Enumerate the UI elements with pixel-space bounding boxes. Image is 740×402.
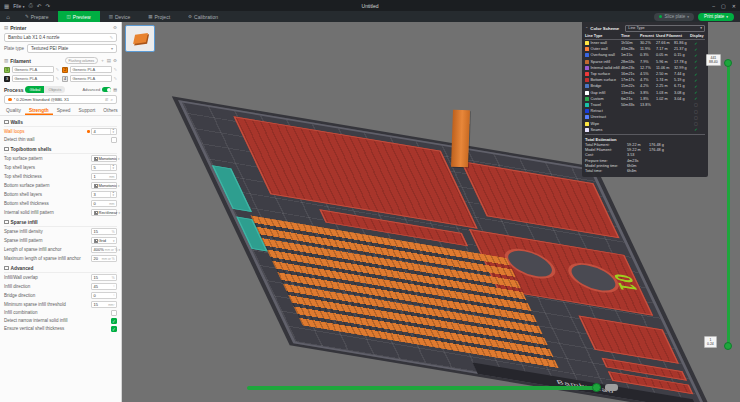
param-select[interactable]: Monotonic▾ <box>91 155 117 162</box>
process-expand-icon[interactable]: ▤ <box>113 87 117 92</box>
printer-edit-icon[interactable]: ✎ <box>110 35 113 40</box>
spinner-arrows-icon[interactable]: ▲▼ <box>110 165 115 170</box>
param-select[interactable]: Grid▾ <box>91 237 117 244</box>
param-checkbox[interactable] <box>111 310 117 316</box>
layer-slider-track[interactable] <box>727 62 730 348</box>
param-spinner[interactable]: 4▲▼ <box>91 128 117 135</box>
param-input[interactable]: 15mm² <box>91 301 117 308</box>
legend-display-toggle[interactable]: ▢ <box>690 115 702 120</box>
param-input[interactable]: 20mm or % <box>91 255 117 262</box>
legend-collapse-icon[interactable]: ⌃ <box>585 26 588 31</box>
minimize-button[interactable]: – <box>712 3 715 9</box>
tab-prepare[interactable]: ✎Prepare <box>16 11 58 22</box>
plate-type-select[interactable]: Textured PEI Plate ▾ <box>27 44 117 53</box>
save-icon[interactable]: ⎙ <box>28 2 32 9</box>
filament-item[interactable]: 3Generic PLA✎ <box>4 75 59 82</box>
legend-display-toggle[interactable]: ✓ <box>690 72 702 77</box>
legend-display-toggle[interactable]: ✓ <box>690 47 702 52</box>
filament-color-badge[interactable]: 2 <box>62 67 68 73</box>
model-red-panel-a[interactable] <box>233 116 477 228</box>
preset-compare-icon[interactable]: ≋ <box>105 97 109 102</box>
spin-down-icon[interactable]: ▼ <box>112 195 115 198</box>
maximize-button[interactable]: ▢ <box>721 3 726 9</box>
param-tab-others[interactable]: Others <box>99 106 121 115</box>
spin-down-icon[interactable]: ▼ <box>112 168 115 171</box>
filament-edit-icon[interactable]: ✎ <box>114 67 117 72</box>
legend-display-toggle[interactable]: ✓ <box>690 96 702 101</box>
filament-item[interactable]: 1Generic PLA✎ <box>4 66 59 73</box>
process-global-option[interactable]: Global <box>25 86 44 93</box>
filament-edit-icon[interactable]: ✎ <box>56 67 59 72</box>
file-menu[interactable]: File ▾ <box>13 3 24 9</box>
slice-plate-button[interactable]: Slice plate▾ <box>654 13 694 21</box>
move-slider-handle[interactable] <box>592 383 601 392</box>
filament-item[interactable]: 2Generic PLA✎ <box>62 66 117 73</box>
legend-display-toggle[interactable]: ✓ <box>690 53 702 58</box>
param-input[interactable]: 45° <box>91 283 117 290</box>
model-teal-part[interactable] <box>212 165 252 212</box>
filament-item[interactable]: 4Generic PLA✎ <box>62 75 117 82</box>
param-select[interactable]: Monotonic▾ <box>91 182 117 189</box>
tab-device[interactable]: ▥Device <box>100 11 140 22</box>
legend-display-toggle[interactable]: ✓ <box>690 41 702 46</box>
param-tab-speed[interactable]: Speed <box>53 106 75 115</box>
tab-preview[interactable]: ◫Preview <box>58 11 100 22</box>
print-plate-button[interactable]: Print plate▾ <box>698 13 734 21</box>
move-slider-end-badge[interactable] <box>605 384 618 391</box>
filament-color-badge[interactable]: 1 <box>4 67 10 73</box>
legend-display-toggle[interactable]: ✓ <box>690 65 702 70</box>
filament-settings-icon[interactable]: ⚙ <box>113 58 117 63</box>
move-slider-track[interactable] <box>247 386 600 390</box>
spinner-arrows-icon[interactable]: ▲▼ <box>110 192 115 197</box>
spinner-arrows-icon[interactable]: ▲▼ <box>110 129 115 134</box>
legend-display-toggle[interactable]: ▢ <box>690 102 702 107</box>
close-button[interactable]: ✕ <box>732 3 736 9</box>
legend-display-toggle[interactable]: ✓ <box>690 78 702 83</box>
param-select[interactable]: 400%mm or %▾ <box>91 246 117 253</box>
home-button[interactable]: ⌂ <box>0 11 16 22</box>
undo-icon[interactable]: ↶ <box>37 3 42 9</box>
preset-search-icon[interactable]: ⌕ <box>110 97 113 102</box>
param-spinner[interactable]: 3▲▼ <box>91 191 117 198</box>
param-checkbox[interactable]: ✓ <box>111 318 117 324</box>
legend-display-toggle[interactable]: ✓ <box>690 127 702 132</box>
param-input[interactable]: 15% <box>91 228 117 235</box>
viewport-3d[interactable]: 01 Bambu Lab ⌃ Color Scheme Line Type▾ L… <box>122 22 740 402</box>
param-tab-quality[interactable]: Quality <box>2 106 25 115</box>
param-tab-strength[interactable]: Strength <box>25 106 53 115</box>
filament-edit-icon[interactable]: ✎ <box>56 76 59 81</box>
tab-calibration[interactable]: ⚙Calibration <box>179 11 227 22</box>
tab-project[interactable]: ▦Project <box>139 11 179 22</box>
layer-slider-bottom-handle[interactable] <box>724 342 732 350</box>
plate-thumbnail[interactable] <box>125 25 155 52</box>
advanced-toggle[interactable] <box>102 87 111 92</box>
redo-icon[interactable]: ↷ <box>45 3 50 9</box>
legend-display-toggle[interactable]: ✓ <box>690 59 702 64</box>
model-standing-wall[interactable] <box>451 110 470 168</box>
printer-settings-icon[interactable]: ⚙ <box>113 25 117 30</box>
filament-color-badge[interactable]: 3 <box>4 76 10 82</box>
filament-color-badge[interactable]: 4 <box>62 76 68 82</box>
param-checkbox[interactable] <box>111 137 117 143</box>
printer-select[interactable]: Bambu Lab X1 0.4 nozzle ✎ <box>4 33 117 42</box>
legend-display-toggle[interactable]: ▢ <box>690 121 702 126</box>
model-red-panel-d[interactable] <box>579 316 679 364</box>
spin-down-icon[interactable]: ▼ <box>112 132 115 135</box>
param-spinner[interactable]: 5▲▼ <box>91 164 117 171</box>
legend-display-toggle[interactable]: ✓ <box>690 84 702 89</box>
filament-list-icon[interactable]: ▤ <box>107 58 111 63</box>
param-tab-support[interactable]: Support <box>75 106 100 115</box>
legend-display-toggle[interactable]: ✓ <box>690 90 702 95</box>
process-objects-option[interactable]: Objects <box>44 86 65 93</box>
param-checkbox[interactable]: ✓ <box>111 326 117 332</box>
param-input[interactable]: 0mm <box>91 200 117 207</box>
legend-display-toggle[interactable]: ▢ <box>690 109 702 114</box>
process-preset-select[interactable]: * 0.20mm Standard @BBL X1 ≋ ⌕ <box>4 95 117 104</box>
param-input[interactable]: 15% <box>91 274 117 281</box>
view-mode-select[interactable]: Line Type▾ <box>625 25 705 32</box>
process-scope-toggle[interactable]: Global Objects <box>25 86 65 93</box>
flushing-volumes-button[interactable]: Flushing volumes <box>65 57 99 64</box>
filament-edit-icon[interactable]: ✎ <box>114 76 117 81</box>
param-input[interactable]: 0° <box>91 292 117 299</box>
param-select[interactable]: Rectilinear▾ <box>91 209 117 216</box>
